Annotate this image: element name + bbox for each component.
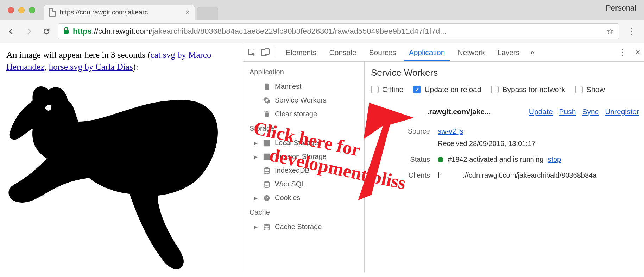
devtools-close-button[interactable]: ×: [635, 47, 640, 58]
update-link[interactable]: Update: [529, 107, 553, 116]
window-maximize-button[interactable]: [29, 7, 35, 13]
svg-point-4: [264, 167, 270, 169]
sidebar-item-cookies[interactable]: ▶ Cookies: [243, 191, 364, 205]
window-controls: [8, 7, 35, 13]
browser-chrome: https://cdn.rawgit.com/jakearc × Persona…: [0, 0, 644, 43]
sync-link[interactable]: Sync: [582, 107, 599, 116]
tab-sources[interactable]: Sources: [364, 44, 401, 61]
svg-point-6: [264, 195, 270, 201]
tab-strip: https://cdn.rawgit.com/jakearc × Persona…: [0, 0, 644, 20]
sidebar-label: Cookies: [275, 194, 300, 202]
tab-layers[interactable]: Layers: [492, 44, 524, 61]
sw-origin-row: http.rawgit.com/jake... Update Push Sync…: [371, 107, 644, 116]
offline-toggle[interactable]: Offline: [371, 85, 403, 94]
sidebar-item-clear-storage[interactable]: Clear storage: [243, 107, 364, 121]
devtools-body: Application Manifest Service Workers Cle…: [243, 62, 644, 272]
update-on-reload-toggle[interactable]: ✓Update on reload: [413, 85, 481, 94]
tab-application[interactable]: Application: [404, 44, 450, 61]
back-button[interactable]: [5, 25, 18, 38]
tab-elements[interactable]: Elements: [281, 44, 322, 61]
sidebar-item-local-storage[interactable]: ▶ Local Storage: [243, 136, 364, 150]
svg-point-8: [267, 197, 268, 198]
sidebar-item-manifest[interactable]: Manifest: [243, 80, 364, 93]
url-host: ://cdn.rawgit.com: [92, 27, 150, 36]
profile-label[interactable]: Personal: [606, 4, 636, 13]
bookmark-star-icon[interactable]: ☆: [606, 26, 614, 36]
svg-rect-3: [265, 49, 269, 54]
sw-actions: Update Push Sync Unregister: [529, 107, 644, 116]
sidebar-label: Clear storage: [275, 110, 317, 118]
group-cache: Cache: [243, 205, 364, 220]
status-dot-icon: [438, 157, 443, 162]
workspace: An image will appear here in 3 seconds (…: [0, 43, 644, 272]
sw-options: Offline ✓Update on reload Bypass for net…: [371, 85, 644, 94]
lock-icon: [63, 27, 69, 36]
label: Offline: [382, 85, 403, 94]
window-close-button[interactable]: [8, 7, 14, 13]
sw-origin: http.rawgit.com/jake...: [371, 107, 491, 116]
file-icon: [49, 8, 56, 17]
browser-tab[interactable]: https://cdn.rawgit.com/jakearc ×: [44, 5, 195, 20]
grid-icon: [263, 139, 271, 147]
status-text: #1842 activated and is running: [448, 155, 543, 164]
sidebar-item-session-storage[interactable]: ▶ Session Storage: [243, 150, 364, 164]
file-icon: [263, 83, 271, 91]
url-scheme: https: [73, 27, 92, 36]
tab-network[interactable]: Network: [453, 44, 490, 61]
tab-title: https://cdn.rawgit.com/jakearc: [59, 8, 148, 16]
svg-rect-0: [64, 30, 69, 34]
svg-point-5: [264, 181, 270, 183]
sidebar-item-websql[interactable]: Web SQL: [243, 177, 364, 191]
page-intro: An image will appear here in 3 seconds (…: [6, 49, 236, 73]
database-icon: [263, 167, 271, 174]
status-label: Status: [371, 155, 438, 164]
toolbar: https://cdn.rawgit.com/jakearchibald/803…: [0, 20, 644, 43]
sidebar-label: Web SQL: [275, 180, 305, 188]
sidebar-label: Local Storage: [275, 139, 318, 147]
link-horse-svg[interactable]: horse.svg by Carla Dias: [49, 62, 133, 72]
label: Show: [586, 85, 605, 94]
page-content: An image will appear here in 3 seconds (…: [0, 43, 243, 272]
new-tab-button[interactable]: [197, 7, 218, 20]
tab-console[interactable]: Console: [324, 44, 361, 61]
grid-icon: [263, 153, 271, 161]
window-minimize-button[interactable]: [18, 7, 25, 13]
group-storage: Storage: [243, 121, 364, 136]
browser-menu-button[interactable]: ⋮: [624, 26, 639, 37]
clients-label: Clients: [371, 171, 438, 179]
source-file-link[interactable]: sw-v2.js: [438, 127, 463, 135]
sidebar-item-service-workers[interactable]: Service Workers: [243, 93, 364, 107]
group-application: Application: [243, 64, 364, 80]
unregister-link[interactable]: Unregister: [605, 107, 639, 116]
tab-close-button[interactable]: ×: [185, 8, 190, 17]
sidebar-item-indexeddb[interactable]: IndexedDB: [243, 164, 364, 177]
horse-image: [6, 76, 232, 273]
label: Update on reload: [424, 85, 481, 94]
svg-point-7: [265, 196, 266, 197]
gear-icon: [263, 97, 271, 104]
reload-button[interactable]: [40, 25, 53, 38]
inspect-icon[interactable]: [247, 47, 257, 58]
intro-suffix: ):: [133, 62, 138, 72]
separator: [276, 47, 276, 58]
sidebar-label: Manifest: [275, 82, 302, 91]
bypass-network-toggle[interactable]: Bypass for network: [491, 85, 565, 94]
forward-button[interactable]: [23, 25, 35, 38]
sidebar-item-cache-storage[interactable]: ▶ Cache Storage: [243, 220, 364, 234]
intro-sep: ,: [44, 62, 49, 72]
stop-link[interactable]: stop: [548, 155, 561, 164]
device-toggle-icon[interactable]: [260, 47, 271, 58]
push-link[interactable]: Push: [559, 107, 576, 116]
svg-point-10: [264, 223, 270, 226]
sidebar-label: Service Workers: [275, 96, 326, 104]
intro-text: An image will appear here in 3 seconds (: [6, 50, 151, 60]
received-text: Received 28/09/2016, 13:01:17: [438, 140, 536, 148]
devtools-tabbar: Elements Console Sources Application Net…: [243, 43, 644, 62]
panel-title: Service Workers: [371, 67, 644, 78]
devtools-menu-button[interactable]: ⋮: [615, 48, 630, 57]
tabs-overflow-button[interactable]: »: [527, 48, 537, 57]
address-bar[interactable]: https://cdn.rawgit.com/jakearchibald/803…: [58, 23, 619, 39]
source-label: Source: [371, 127, 438, 135]
cookie-icon: [263, 194, 271, 202]
show-all-toggle[interactable]: Show: [575, 85, 605, 94]
